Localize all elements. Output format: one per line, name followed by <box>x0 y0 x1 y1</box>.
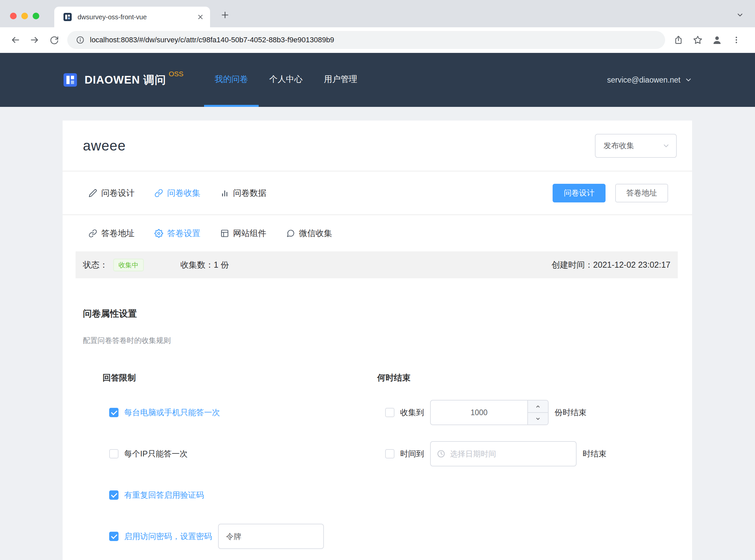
survey-card: aweee 发布收集 问卷设计 问卷收集 问卷数据 <box>63 121 692 560</box>
share-icon <box>674 35 683 45</box>
tab-label: 问卷收集 <box>167 187 200 198</box>
wechat-icon <box>286 229 295 238</box>
star-icon <box>693 35 702 45</box>
widget-icon <box>220 229 229 238</box>
reload-icon <box>49 35 59 45</box>
browser-menu-button[interactable] <box>728 32 744 48</box>
tab-answer-url[interactable]: 答卷地址 <box>88 228 135 239</box>
end-count-input[interactable] <box>431 401 527 424</box>
minimize-window-button[interactable] <box>21 13 28 19</box>
browser-address-bar: localhost:8083/#/dw/survey/c/attr/c98fa1… <box>0 27 755 53</box>
survey-design-button[interactable]: 问卷设计 <box>553 184 606 202</box>
tab-survey-collect[interactable]: 问卷收集 <box>155 187 200 198</box>
browser-tab-strip: dwsurvey-oss-front-vue <box>0 0 755 27</box>
tab-label: 问卷数据 <box>233 187 266 198</box>
tab-answer-settings[interactable]: 答卷设置 <box>155 228 200 239</box>
checkbox-label[interactable]: 有重复回答启用验证码 <box>124 490 204 500</box>
address-bar-actions <box>670 32 748 48</box>
chevron-up-icon <box>535 404 540 409</box>
tab-survey-data[interactable]: 问卷数据 <box>220 187 266 198</box>
nav-item-label: 用户管理 <box>324 74 357 84</box>
checkbox-one-device[interactable] <box>109 408 119 417</box>
tab-label: 网站组件 <box>233 228 266 239</box>
end-condition-heading: 何时结束 <box>377 372 607 383</box>
tab-search-button[interactable] <box>733 8 747 22</box>
back-button[interactable] <box>7 32 23 48</box>
end-condition-column: 何时结束 收集到 <box>377 372 607 560</box>
checkbox-end-by-time[interactable] <box>385 449 394 458</box>
stepper-down-button[interactable] <box>528 413 548 424</box>
chevron-down-icon <box>535 416 540 421</box>
checkbox-end-by-count[interactable] <box>385 408 394 417</box>
status-badge: 收集中 <box>113 259 144 271</box>
share-button[interactable] <box>670 32 687 48</box>
publish-collect-select[interactable]: 发布收集 <box>595 134 677 158</box>
page-content: aweee 发布收集 问卷设计 问卷收集 问卷数据 <box>0 107 755 560</box>
end-count-number-field <box>430 400 549 425</box>
status-label: 状态： <box>83 259 108 271</box>
answer-limit-heading: 回答限制 <box>103 372 377 383</box>
answer-url-button[interactable]: 答卷地址 <box>615 184 668 202</box>
checkbox-label[interactable]: 收集到 <box>400 407 424 418</box>
tab-survey-design[interactable]: 问卷设计 <box>88 187 135 198</box>
primary-tab-bar: 问卷设计 问卷收集 问卷数据 问卷设计 答卷地址 <box>63 172 692 215</box>
survey-title: aweee <box>83 138 595 154</box>
forward-arrow-icon <box>29 35 40 45</box>
reload-button[interactable] <box>46 32 62 48</box>
chevron-down-icon <box>736 11 744 19</box>
gear-icon <box>155 229 163 238</box>
status-bar: 状态： 收集中 收集数： 1 份 创建时间： 2021-12-02 23:02:… <box>76 252 678 278</box>
option-row-one-device: 每台电脑或手机只能答一次 <box>103 400 377 425</box>
browser-tab[interactable]: dwsurvey-oss-front-vue <box>54 7 210 27</box>
checkbox-label[interactable]: 每个IP只能答一次 <box>124 448 188 459</box>
number-stepper <box>527 401 548 424</box>
end-time-input[interactable] <box>450 449 570 458</box>
link-icon <box>88 229 97 238</box>
section-subtitle: 配置问卷答卷时的收集规则 <box>83 336 692 345</box>
forward-button[interactable] <box>27 32 43 48</box>
url-input[interactable]: localhost:8083/#/dw/survey/c/attr/c98fa1… <box>67 31 665 49</box>
account-email: service@diaowen.net <box>607 76 680 84</box>
nav-item-my-surveys[interactable]: 我的问卷 <box>204 53 259 107</box>
stepper-up-button[interactable] <box>528 401 548 413</box>
nav-item-user-management[interactable]: 用户管理 <box>313 53 368 107</box>
publish-collect-value: 发布收集 <box>604 140 634 151</box>
settings-form: 回答限制 每台电脑或手机只能答一次 每个IP只能答一次 有重复回答启用验证码 <box>63 372 692 560</box>
password-input[interactable] <box>218 524 324 549</box>
checkbox-password[interactable] <box>109 532 119 541</box>
info-icon[interactable] <box>76 36 85 44</box>
profile-button[interactable] <box>709 32 725 48</box>
secondary-tab-bar: 答卷地址 答卷设置 网站组件 微信收集 <box>63 215 692 252</box>
brand-logo[interactable]: DIAOWEN 调问 OSS <box>63 53 183 107</box>
tab-label: 微信收集 <box>299 228 332 239</box>
checkbox-label[interactable]: 启用访问密码，设置密码 <box>124 531 212 542</box>
main-nav: 我的问卷 个人中心 用户管理 <box>204 53 368 107</box>
checkbox-captcha[interactable] <box>109 491 119 500</box>
tab-wechat-collect[interactable]: 微信收集 <box>286 228 332 239</box>
end-row-count: 收集到 份时结束 <box>377 400 607 425</box>
tab-close-icon[interactable] <box>197 13 204 21</box>
created-time-label: 创建时间： <box>552 259 593 271</box>
favicon-icon <box>63 12 72 22</box>
checkbox-label[interactable]: 时间到 <box>400 448 424 459</box>
account-menu[interactable]: service@diaowen.net <box>607 53 692 107</box>
nav-item-personal-center[interactable]: 个人中心 <box>259 53 313 107</box>
checkbox-one-ip[interactable] <box>109 449 119 458</box>
kebab-menu-icon <box>732 36 741 44</box>
collect-count-value: 1 份 <box>214 259 229 271</box>
end-time-date-field[interactable] <box>430 441 576 466</box>
brand-name: DIAOWEN 调问 <box>85 73 166 87</box>
maximize-window-button[interactable] <box>33 13 39 19</box>
section-title: 问卷属性设置 <box>83 308 692 320</box>
created-time: 创建时间： 2021-12-02 23:02:17 <box>552 259 670 271</box>
diaowen-logo-icon <box>63 72 78 87</box>
clock-icon <box>437 449 445 458</box>
tab-label: 问卷设计 <box>101 187 135 198</box>
close-window-button[interactable] <box>10 13 17 19</box>
end-count-suffix: 份时结束 <box>555 407 587 418</box>
new-tab-button[interactable] <box>218 8 232 22</box>
tab-site-widget[interactable]: 网站组件 <box>220 228 266 239</box>
checkbox-label[interactable]: 每台电脑或手机只能答一次 <box>124 407 220 418</box>
nav-item-label: 我的问卷 <box>215 74 248 84</box>
bookmark-button[interactable] <box>690 32 706 48</box>
